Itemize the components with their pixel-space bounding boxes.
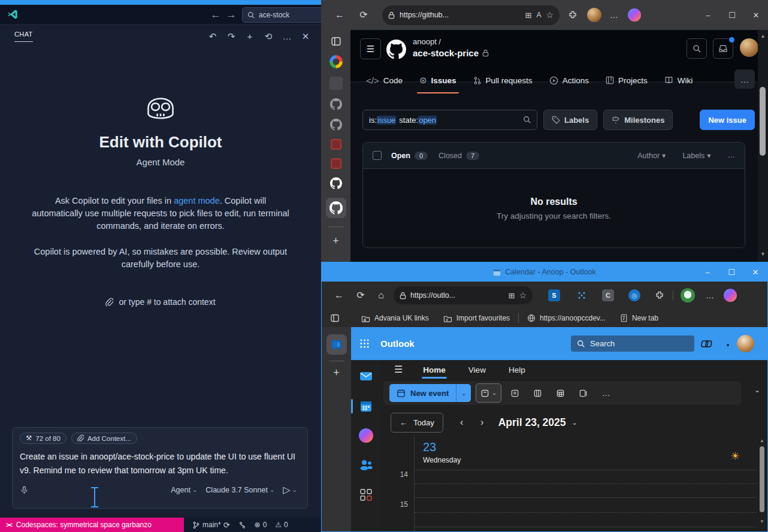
- bookmark-folder[interactable]: Import favourites: [437, 314, 516, 322]
- new-tab-icon[interactable]: +: [333, 367, 340, 378]
- new-event-split-button[interactable]: New event ⌄: [389, 384, 471, 402]
- tab-projects[interactable]: Projects: [597, 67, 656, 93]
- browser-profile-avatar[interactable]: [681, 288, 695, 303]
- blue-extension-icon[interactable]: ◎: [628, 289, 640, 301]
- tab-outlook-active[interactable]: [326, 334, 347, 355]
- milestones-button[interactable]: Milestones: [603, 110, 673, 130]
- search-icon[interactable]: [518, 110, 537, 129]
- chat-message-text[interactable]: Create an issue in anoopt/ace-stock-pric…: [20, 450, 300, 477]
- labels-filter-dropdown[interactable]: Labels▾: [682, 151, 710, 160]
- outlook-search-box[interactable]: Search: [571, 335, 694, 352]
- read-aloud-icon[interactable]: A: [536, 11, 541, 19]
- today-button[interactable]: ← Today: [391, 413, 443, 433]
- tab-red-icon[interactable]: [331, 158, 341, 169]
- tools-count-pill[interactable]: ⚒ 72 of 80: [20, 433, 66, 444]
- tab-actions-icon[interactable]: [331, 36, 341, 47]
- ribbon-collapse-icon[interactable]: ⌄: [754, 386, 760, 394]
- global-nav-menu-button[interactable]: ☰: [360, 38, 381, 59]
- tab-code[interactable]: </>Code: [358, 67, 411, 93]
- microphone-icon[interactable]: [20, 485, 29, 495]
- month-view-icon[interactable]: [552, 384, 570, 402]
- scroll-up-icon[interactable]: ▲: [760, 33, 766, 39]
- minimize-button[interactable]: –: [696, 264, 719, 280]
- more-actions-icon[interactable]: …: [280, 29, 294, 43]
- favorite-star-icon[interactable]: ☆: [519, 291, 527, 300]
- refresh-icon[interactable]: ⟳: [353, 291, 368, 300]
- list-overflow-icon[interactable]: …: [728, 152, 736, 159]
- breadcrumb-repo[interactable]: ace-stock-price: [413, 48, 489, 58]
- select-all-checkbox[interactable]: [373, 151, 382, 160]
- rail-mail-icon[interactable]: [358, 368, 374, 384]
- minimize-button[interactable]: –: [696, 7, 720, 23]
- rail-calendar-icon[interactable]: [358, 398, 374, 414]
- copilot-icon[interactable]: [724, 289, 737, 302]
- extension-puzzle-icon[interactable]: [568, 10, 577, 20]
- author-filter-dropdown[interactable]: Author▾: [637, 151, 666, 160]
- calendar-scrollbar[interactable]: ▲ ▼: [758, 438, 766, 529]
- closed-filter[interactable]: Closed: [439, 152, 462, 160]
- tab-github-icon[interactable]: [330, 119, 342, 131]
- new-chat-icon[interactable]: +: [243, 29, 257, 43]
- tab-github-icon[interactable]: [330, 98, 342, 110]
- new-event-dropdown[interactable]: ⌄: [456, 384, 471, 402]
- issues-search-input[interactable]: is:issuestate:open: [362, 110, 537, 130]
- week-view-icon[interactable]: [529, 384, 547, 402]
- tab-dark-icon[interactable]: [329, 77, 343, 90]
- date-picker-caret-icon[interactable]: ⌄: [572, 419, 577, 426]
- breadcrumb-owner[interactable]: anoopt /: [413, 37, 441, 46]
- copilot-outline-icon[interactable]: [700, 337, 715, 351]
- undo-icon[interactable]: ↶: [205, 29, 220, 43]
- next-day-icon[interactable]: ›: [472, 413, 492, 431]
- app-launcher-waffle-icon[interactable]: [359, 338, 370, 349]
- vertical-tabs-icon[interactable]: [330, 313, 340, 323]
- tab-github-active[interactable]: [326, 198, 346, 218]
- bookmark-folder[interactable]: Advania UK links: [355, 314, 435, 322]
- problems-warnings[interactable]: ⚠0: [275, 521, 288, 529]
- bookmark-link[interactable]: https://anoopccdev...: [521, 314, 612, 322]
- tab-home[interactable]: Home: [421, 360, 448, 379]
- browser-menu-icon[interactable]: …: [706, 291, 714, 300]
- history-icon[interactable]: ⟲: [261, 29, 276, 43]
- address-bar[interactable]: https://outlo... ⊞ ☆: [394, 286, 533, 304]
- outlook-avatar[interactable]: [737, 335, 754, 352]
- tab-red-icon[interactable]: [331, 139, 341, 150]
- page-scrollbar[interactable]: ▲ ▼: [758, 30, 768, 262]
- ribbon-overflow-icon[interactable]: …: [597, 384, 615, 402]
- split-view-icon[interactable]: [575, 384, 592, 402]
- tab-google-icon[interactable]: [329, 55, 343, 68]
- close-button[interactable]: ✕: [744, 7, 768, 23]
- model-picker[interactable]: Claude 3.7 Sonnet⌄: [202, 485, 277, 495]
- favorite-star-icon[interactable]: ☆: [546, 11, 554, 19]
- maximize-button[interactable]: ☐: [719, 264, 743, 280]
- back-icon[interactable]: ←: [331, 291, 347, 300]
- repo-nav-overflow-button[interactable]: …: [734, 69, 755, 89]
- header-search-button[interactable]: [687, 38, 707, 59]
- rail-people-icon[interactable]: [358, 457, 374, 473]
- redo-icon[interactable]: ↷: [224, 29, 238, 43]
- branch-indicator[interactable]: main* ⟳: [192, 521, 230, 529]
- remote-indicator[interactable]: >< Codespaces: symmetrical space garbanz…: [0, 518, 184, 532]
- close-panel-icon[interactable]: ✕: [298, 29, 313, 43]
- app-name[interactable]: Outlook: [380, 338, 415, 349]
- vscode-command-center-search[interactable]: ace-stock: [242, 7, 332, 23]
- github-logo-icon[interactable]: [386, 40, 406, 59]
- inbox-button[interactable]: [713, 38, 733, 59]
- close-button[interactable]: ✕: [743, 264, 767, 280]
- tab-github-icon[interactable]: [330, 177, 342, 189]
- refresh-icon[interactable]: ⟳: [356, 10, 371, 20]
- day-column[interactable]: 23 Wednesday ☀: [414, 436, 757, 531]
- scrollbar-thumb[interactable]: [760, 446, 764, 512]
- chat-input-box[interactable]: ⚒ 72 of 80 Add Context... Create an issu…: [12, 427, 308, 509]
- tab-pull-requests[interactable]: Pull requests: [465, 67, 541, 93]
- github-avatar[interactable]: [740, 38, 758, 57]
- c-extension-icon[interactable]: C: [602, 289, 614, 301]
- problems-errors[interactable]: ⊗0: [255, 521, 267, 529]
- address-bar[interactable]: https://github... ⊞ A ☆: [382, 5, 560, 25]
- tab-issues[interactable]: ⊙Issues: [411, 67, 465, 93]
- rail-apps-icon[interactable]: [358, 487, 374, 503]
- open-filter[interactable]: Open: [391, 152, 410, 160]
- forward-icon[interactable]: →: [223, 10, 239, 20]
- day-view-toggle[interactable]: ⌄: [476, 383, 501, 403]
- home-icon[interactable]: ⌂: [373, 291, 389, 300]
- back-icon[interactable]: ←: [208, 10, 223, 20]
